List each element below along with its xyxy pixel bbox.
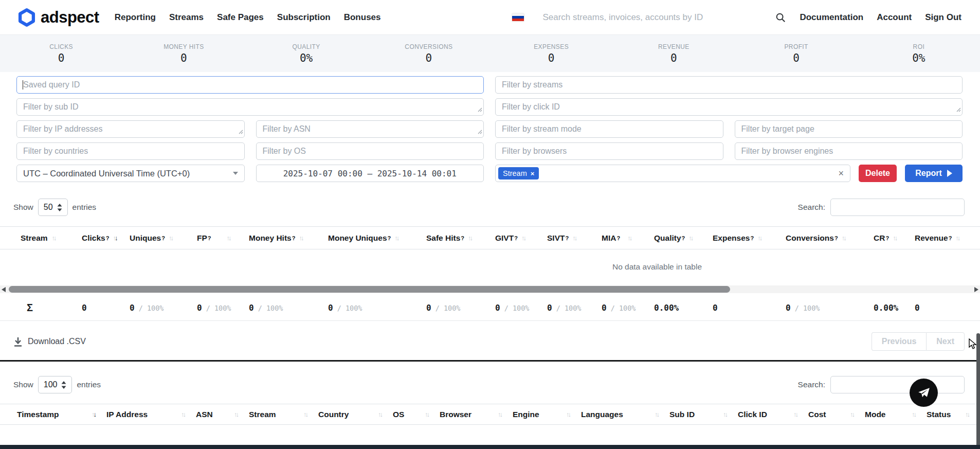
column-header-cr[interactable]: CR?↑↓ — [874, 234, 915, 243]
filter-stream-mode-input[interactable] — [495, 120, 723, 138]
vertical-scrollbar-thumb[interactable] — [976, 333, 980, 447]
no-data-message: No data available in table — [0, 262, 980, 272]
previous-page-button[interactable]: Previous — [872, 332, 927, 351]
stat-expenses: EXPENSES0 — [490, 43, 612, 64]
sort-icon: ↑↓ — [757, 234, 761, 242]
clear-tags-icon[interactable]: × — [838, 169, 844, 178]
column-header-click-id[interactable]: Click ID↑↓ — [738, 410, 808, 419]
search-icon — [775, 12, 786, 23]
scroll-right-icon[interactable] — [974, 287, 978, 292]
telegram-button[interactable] — [910, 379, 938, 407]
filter-asn-textarea[interactable] — [256, 120, 484, 138]
scroll-left-icon[interactable] — [2, 287, 6, 292]
column-header-cost[interactable]: Cost↑↓ — [808, 410, 865, 419]
filter-countries-input[interactable] — [16, 142, 245, 160]
filter-browsers-input[interactable] — [495, 142, 723, 160]
clicks-table-search-input[interactable] — [830, 376, 965, 393]
column-header-sub-id[interactable]: Sub ID↑↓ — [669, 410, 738, 419]
search-button[interactable] — [775, 12, 786, 23]
play-icon — [947, 170, 952, 177]
column-header-quality[interactable]: Quality?↑↓ — [654, 234, 713, 243]
filter-sub-id-textarea[interactable] — [16, 98, 484, 116]
total-money-uniques: 0/ 100% — [328, 303, 426, 313]
column-header-ip-address[interactable]: IP Address↑↓ — [106, 410, 196, 419]
nav-item-account[interactable]: Account — [877, 12, 912, 23]
filter-target-page-input[interactable] — [735, 120, 963, 138]
saved-query-id-input[interactable] — [16, 76, 484, 94]
column-header-clicks[interactable]: Clicks?↑↓ — [82, 234, 130, 243]
column-header-money-uniques[interactable]: Money Uniques?↑↓ — [328, 234, 426, 243]
filters-panel: UTC – Coordinated Universal Time (UTC+0)… — [0, 72, 980, 182]
page-size-select[interactable]: 50 — [38, 199, 68, 216]
filter-os-input[interactable] — [256, 142, 484, 160]
column-header-browser[interactable]: Browser↑↓ — [440, 410, 513, 419]
horizontal-scrollbar[interactable] — [0, 285, 980, 293]
column-header-stream[interactable]: Stream↑↓ — [249, 410, 318, 419]
nav-item-sign-out[interactable]: Sign Out — [925, 12, 961, 23]
entries-label: entries — [72, 203, 97, 212]
column-header-revenue[interactable]: Revenue?↑↓ — [915, 234, 974, 243]
nav-item-safe-pages[interactable]: Safe Pages — [217, 12, 264, 23]
sort-icon: ↑↓ — [468, 234, 471, 242]
stream-tag-pill[interactable]: Stream× — [498, 167, 539, 179]
column-header-mode[interactable]: Mode↑↓ — [865, 410, 927, 419]
column-header-status[interactable]: Status↑↓ — [927, 410, 980, 419]
report-button[interactable]: Report — [905, 165, 963, 182]
nav-item-bonuses[interactable]: Bonuses — [344, 12, 381, 23]
filter-ip-textarea[interactable] — [16, 120, 245, 138]
column-header-safe-hits[interactable]: Safe Hits?↑↓ — [426, 234, 495, 243]
column-header-givt[interactable]: GIVT?↑↓ — [495, 234, 547, 243]
brand-logo[interactable]: adspect — [17, 8, 99, 27]
column-header-asn[interactable]: ASN↑↓ — [196, 410, 249, 419]
delete-button[interactable]: Delete — [859, 165, 897, 182]
column-header-languages[interactable]: Languages↑↓ — [581, 410, 669, 419]
total-clicks: 0 — [82, 303, 130, 313]
column-header-os[interactable]: OS↑↓ — [393, 410, 440, 419]
sort-icon: ↑↓ — [723, 410, 727, 418]
text-caret — [23, 80, 23, 89]
column-header-engine[interactable]: Engine↑↓ — [513, 410, 581, 419]
scrollbar-thumb[interactable] — [9, 286, 730, 293]
column-header-sivt[interactable]: SIVT?↑↓ — [547, 234, 602, 243]
entries-label: entries — [77, 380, 101, 389]
next-page-button[interactable]: Next — [926, 332, 965, 351]
adspect-reporting-page: adspect Reporting Streams Safe Pages Sub… — [0, 0, 980, 449]
bottom-dark-bar — [0, 445, 980, 449]
column-header-country[interactable]: Country↑↓ — [318, 410, 393, 419]
group-by-tags-input[interactable]: Stream× × — [495, 165, 850, 182]
global-search-input[interactable] — [542, 12, 758, 23]
column-header-money-hits[interactable]: Money Hits?↑↓ — [249, 234, 328, 243]
column-header-timestamp[interactable]: Timestamp↑↓ — [17, 410, 106, 419]
nav-item-documentation[interactable]: Documentation — [800, 12, 863, 23]
download-csv-link[interactable]: Download .CSV — [13, 337, 86, 347]
russian-flag-icon[interactable] — [512, 13, 524, 22]
total-revenue: 0 — [915, 303, 974, 313]
filter-streams-input[interactable] — [495, 76, 963, 94]
chevron-down-icon — [233, 172, 238, 175]
total-mia: 0/ 100% — [602, 303, 654, 313]
sort-icon: ↑↓ — [655, 410, 658, 418]
sort-icon: ↑↓ — [169, 234, 172, 242]
total-uniques: 0/ 100% — [130, 303, 197, 313]
column-header-conversions[interactable]: Conversions?↑↓ — [786, 234, 874, 243]
main-nav: Reporting Streams Safe Pages Subscriptio… — [115, 12, 381, 23]
column-header-mia[interactable]: MIA?↑↓ — [602, 234, 654, 243]
column-header-stream[interactable]: Stream↑↓ — [21, 234, 82, 243]
sort-icon: ↑↓ — [303, 410, 307, 418]
stat-quality: QUALITY0% — [245, 43, 368, 64]
timezone-select[interactable]: UTC – Coordinated Universal Time (UTC+0) — [16, 165, 245, 182]
clicks-page-size-select[interactable]: 100 — [38, 376, 72, 393]
date-range-input[interactable] — [256, 165, 484, 182]
column-header-fp[interactable]: FP?↑↓ — [197, 234, 249, 243]
filter-click-id-textarea[interactable] — [495, 98, 963, 116]
column-header-expenses[interactable]: Expenses?↑↓ — [713, 234, 786, 243]
sort-icon: ↑↓ — [566, 410, 570, 418]
column-header-uniques[interactable]: Uniques?↑↓ — [130, 234, 197, 243]
filter-browser-engines-input[interactable] — [735, 142, 963, 160]
nav-item-streams[interactable]: Streams — [169, 12, 204, 23]
clicks-table-controls: Show 100 entries Search: — [0, 376, 980, 393]
nav-item-subscription[interactable]: Subscription — [277, 12, 331, 23]
remove-tag-icon[interactable]: × — [531, 170, 535, 177]
nav-item-reporting[interactable]: Reporting — [115, 12, 156, 23]
report-table-search-input[interactable] — [830, 199, 965, 216]
